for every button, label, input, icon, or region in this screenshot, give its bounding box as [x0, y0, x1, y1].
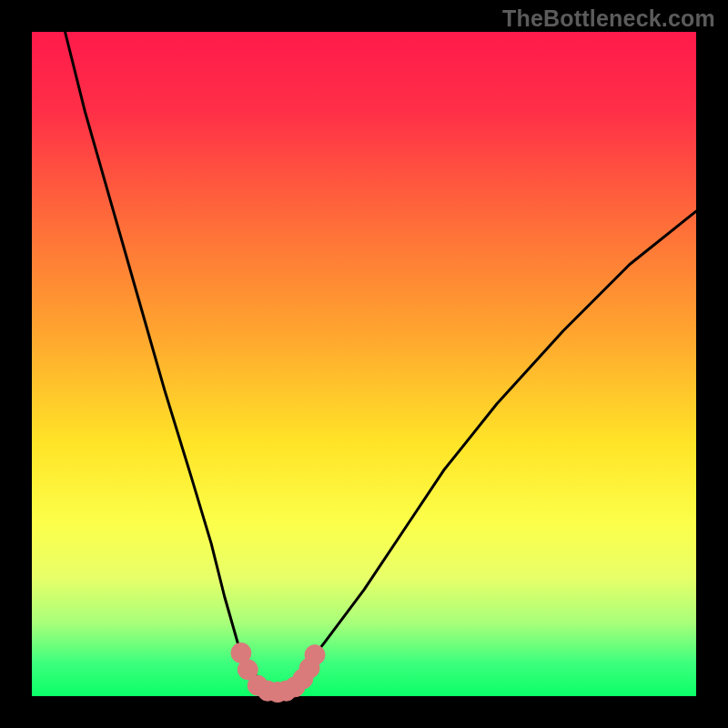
watermark-text: TheBottleneck.com [502, 5, 715, 32]
bottleneck-chart [0, 0, 728, 728]
chart-frame: TheBottleneck.com [0, 0, 728, 728]
svg-point-11 [305, 645, 325, 665]
svg-rect-1 [32, 32, 696, 696]
